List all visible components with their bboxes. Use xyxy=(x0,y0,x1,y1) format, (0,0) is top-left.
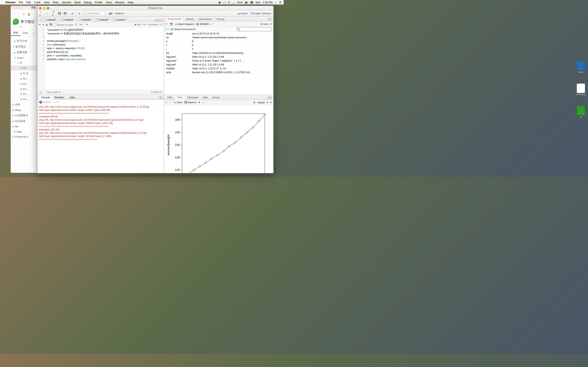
tab-toc[interactable]: TOC xyxy=(11,30,20,36)
run-button[interactable]: ▶ Run xyxy=(135,23,141,26)
forward-icon[interactable]: → xyxy=(18,12,21,16)
env-row[interactable]: i0 xyxy=(164,47,273,51)
clock-time[interactable]: 7:20 PM xyxy=(263,1,273,4)
app-name[interactable]: RStudio xyxy=(5,1,16,4)
env-row[interactable]: mytable'xtabs' int [1:2, 1:2] 32 27 11 1… xyxy=(164,67,273,71)
code-area[interactable]: "comment"># 什么是时间序列? "comment"># 有通过时间进行… xyxy=(46,27,164,90)
rerun-icon[interactable]: ↻▾ xyxy=(143,23,146,26)
menu-edit[interactable]: Edit xyxy=(26,1,31,4)
tab-plots[interactable]: Plots xyxy=(175,95,185,100)
reload-icon[interactable]: ⟳ xyxy=(23,12,25,16)
minimize-icon[interactable] xyxy=(43,7,45,9)
memory-usage[interactable]: 🟢 308 MiB ▾ xyxy=(196,23,209,25)
scope-selector[interactable]: (Top Level) ⇅ xyxy=(47,91,60,94)
tab-files[interactable]: Files xyxy=(165,95,174,100)
menu-view[interactable]: View xyxy=(44,1,49,4)
close-icon[interactable] xyxy=(39,7,42,9)
tab-close-icon[interactable]: × xyxy=(57,19,58,21)
report-icon[interactable]: 📄▾ xyxy=(84,23,88,26)
grid-icon[interactable]: ▦▾ xyxy=(108,11,113,16)
zoom-button[interactable]: 🔍 Zoom xyxy=(173,101,182,104)
find-icon[interactable]: 🔍 xyxy=(75,23,78,26)
env-row[interactable]: logit.predFactor w/ 2 levels "begin","ma… xyxy=(164,59,273,63)
local-branch[interactable]: ☁ Local ▾ xyxy=(236,12,249,15)
source-tab[interactable]: Untitled3*× xyxy=(43,17,60,22)
env-row[interactable]: probNamed num [1:210] 0.00593 0.01931 1 … xyxy=(164,71,273,75)
pane-minimize-icon[interactable] xyxy=(158,96,160,99)
source-tab[interactable]: Untitled7*× xyxy=(112,17,130,22)
working-dir[interactable]: ~/ xyxy=(54,101,56,103)
pane-minimize-icon[interactable] xyxy=(158,19,160,21)
pane-maximize-icon[interactable] xyxy=(270,18,272,20)
menu-debug[interactable]: Debug xyxy=(84,1,91,4)
save-icon[interactable]: 💾 xyxy=(49,23,52,26)
source-tab[interactable]: Untitled4*× xyxy=(60,17,77,22)
traffic-min-dim[interactable] xyxy=(15,7,17,9)
tab-close-icon[interactable]: × xyxy=(64,96,66,99)
clear-plots-icon[interactable]: 🧹 xyxy=(202,101,205,104)
menu-help[interactable]: Help xyxy=(128,1,133,4)
export-button[interactable]: 💾 Export ▾ xyxy=(184,101,196,104)
addins-menu[interactable]: Addins ▾ xyxy=(114,12,125,15)
spotlight-icon[interactable]: ⌕ xyxy=(275,1,277,4)
tree-item[interactable]: ▼R xyxy=(11,60,37,66)
remove-plot-icon[interactable]: ✖ xyxy=(198,101,200,104)
env-row[interactable]: loc"https://archive.ics.uci.edu/ml/machi… xyxy=(164,51,273,55)
tree-item[interactable]: ▼读书笔记 xyxy=(11,44,37,50)
tab-more[interactable]: ⋯ xyxy=(30,30,37,36)
goto-input[interactable] xyxy=(80,12,105,15)
env-row[interactable]: drugBnum [1:5] 15 18 23 31 40 xyxy=(164,32,273,36)
import-dataset[interactable]: 📊 Import Dataset ▾ xyxy=(174,23,194,25)
pane-minimize-icon[interactable] xyxy=(268,96,269,99)
tab-help[interactable]: Help xyxy=(201,95,210,100)
tabs-overflow-icon[interactable]: » xyxy=(155,19,157,22)
tree-item[interactable]: ▶file xyxy=(11,124,37,129)
menu-build[interactable]: Build xyxy=(75,1,80,4)
tree-item[interactable]: ▼Learn xyxy=(11,55,37,60)
publish-button[interactable]: ◉ xyxy=(253,101,255,104)
tab-history[interactable]: History xyxy=(184,17,196,21)
save-icon[interactable]: 💾 xyxy=(57,11,62,16)
plot-prev-icon[interactable]: ⬅ xyxy=(165,101,167,104)
tab-close-icon[interactable]: × xyxy=(74,19,76,21)
tree-item[interactable]: ▶Financial D xyxy=(11,134,37,139)
save-all-icon[interactable]: 💾 xyxy=(63,11,67,16)
new-file-icon[interactable]: ＋▾ xyxy=(39,11,43,16)
tab-close-icon[interactable]: × xyxy=(75,96,77,99)
source-on-save[interactable]: Source on Save xyxy=(54,23,73,26)
env-table[interactable]: drugBnum [1:5] 15 18 23 31 40ds"breast-c… xyxy=(164,32,273,95)
wifi-icon[interactable]: ◡ xyxy=(233,1,235,4)
pane-maximize-icon[interactable] xyxy=(270,96,272,99)
control-center-icon[interactable]: ☰ xyxy=(279,1,282,4)
tree-item[interactable]: ▶R-L xyxy=(11,81,37,86)
menu-session[interactable]: Session xyxy=(62,1,71,4)
list-view[interactable]: ☰ List ▾ xyxy=(260,23,268,25)
tab-close-icon[interactable]: × xyxy=(92,19,93,21)
tab-close-icon[interactable]: × xyxy=(127,19,128,21)
maximize-icon[interactable] xyxy=(47,7,49,9)
tree-item[interactable]: ▶data xyxy=(11,129,37,134)
tab-tutorial[interactable]: Tutorial xyxy=(214,17,226,21)
load-icon[interactable]: 📂 xyxy=(165,23,168,25)
tab-connections[interactable]: Connections xyxy=(196,17,214,21)
outline-icon[interactable]: ☰ xyxy=(160,23,163,26)
tree-item[interactable]: ▶行业视角分 xyxy=(11,113,37,118)
tab-console[interactable]: Console xyxy=(39,95,52,100)
input-source-icon[interactable]: A xyxy=(251,1,253,3)
global-env[interactable]: 🌐 Global Environment ▾ xyxy=(171,28,196,31)
env-row[interactable]: ds"breast-cancer-wisconsin/breast-cancer… xyxy=(164,36,273,40)
tree-item[interactable]: ▶变量词典 xyxy=(11,50,37,55)
tab-jobs[interactable]: Jobs × xyxy=(68,95,79,100)
env-row[interactable]: e6 xyxy=(164,40,273,43)
battery-percent[interactable]: 51% xyxy=(237,1,243,4)
show-in-new-icon[interactable]: ⬓ xyxy=(46,23,48,26)
tree-item[interactable]: ▶论文阅读 xyxy=(11,118,37,124)
traffic-close-dim[interactable] xyxy=(12,7,14,9)
pane-minimize-icon[interactable] xyxy=(268,18,269,20)
tree-item[interactable]: ▶R-l… xyxy=(11,97,37,102)
back-icon[interactable]: ← xyxy=(13,12,16,16)
back-icon[interactable]: ⬅ xyxy=(39,23,41,26)
menu-code[interactable]: Code xyxy=(34,1,40,4)
menu-plots[interactable]: Plots xyxy=(53,1,59,4)
tree-item[interactable]: ▶学习计划 xyxy=(11,38,37,44)
